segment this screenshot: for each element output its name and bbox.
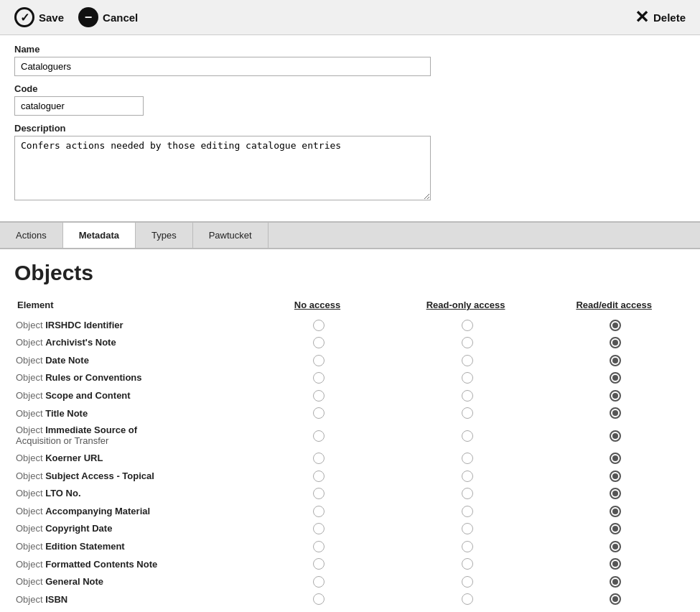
radio-read-only-15[interactable] [462,593,473,605]
read-edit-radio[interactable] [545,555,686,573]
radio-read-only-12[interactable] [462,541,473,552]
no-access-radio[interactable] [248,467,389,485]
radio-read-edit-4[interactable] [610,390,621,402]
radio-read-only-9[interactable] [462,488,473,499]
read-only-radio[interactable] [389,422,545,449]
radio-read-only-7[interactable] [462,453,473,464]
no-access-radio[interactable] [248,386,389,404]
read-only-radio[interactable] [389,467,545,485]
radio-no-access-15[interactable] [313,593,325,605]
radio-no-access-6[interactable] [313,430,325,442]
no-access-radio[interactable] [248,449,389,467]
read-only-radio[interactable] [389,555,545,573]
radio-no-access-2[interactable] [313,355,325,366]
no-access-radio[interactable] [248,537,389,555]
radio-read-only-5[interactable] [462,407,473,419]
read-edit-radio[interactable] [545,537,686,555]
read-edit-radio[interactable] [545,351,686,369]
radio-read-only-11[interactable] [462,523,473,534]
read-only-radio[interactable] [389,334,545,352]
no-access-radio[interactable] [248,502,389,520]
radio-read-only-1[interactable] [462,337,473,348]
name-input[interactable] [14,57,431,76]
no-access-radio[interactable] [248,422,389,449]
tab-actions[interactable]: Actions [0,223,63,248]
radio-read-edit-0[interactable] [610,320,621,331]
radio-read-edit-5[interactable] [610,407,621,419]
radio-no-access-13[interactable] [313,558,325,570]
radio-read-only-4[interactable] [462,390,473,402]
tab-pawtucket[interactable]: Pawtucket [193,223,269,248]
cancel-button[interactable]: − Cancel [78,7,138,27]
radio-no-access-10[interactable] [313,506,325,517]
read-edit-radio[interactable] [545,572,686,590]
read-edit-radio[interactable] [545,467,686,485]
read-only-radio[interactable] [389,537,545,555]
radio-read-edit-10[interactable] [610,506,621,517]
no-access-radio[interactable] [248,369,389,387]
read-only-radio[interactable] [389,369,545,387]
read-edit-radio[interactable] [545,520,686,538]
radio-read-edit-15[interactable] [610,593,621,605]
no-access-radio[interactable] [248,351,389,369]
radio-read-edit-14[interactable] [610,576,621,588]
radio-read-edit-13[interactable] [610,558,621,570]
read-edit-radio[interactable] [545,386,686,404]
no-access-radio[interactable] [248,520,389,538]
radio-read-edit-3[interactable] [610,372,621,384]
read-only-radio[interactable] [389,502,545,520]
read-only-radio[interactable] [389,404,545,422]
radio-read-edit-2[interactable] [610,355,621,366]
radio-read-only-2[interactable] [462,355,473,366]
read-only-radio[interactable] [389,386,545,404]
code-input[interactable] [14,96,144,116]
no-access-radio[interactable] [248,555,389,573]
read-only-radio[interactable] [389,485,545,503]
radio-read-only-3[interactable] [462,372,473,384]
radio-no-access-9[interactable] [313,488,325,499]
radio-read-only-10[interactable] [462,506,473,517]
read-edit-radio[interactable] [545,316,686,334]
read-edit-radio[interactable] [545,449,686,467]
save-button[interactable]: ✓ Save [14,7,64,27]
description-textarea[interactable]: Confers actions needed by those editing … [14,136,431,200]
read-only-radio[interactable] [389,520,545,538]
no-access-radio[interactable] [248,590,389,608]
radio-no-access-7[interactable] [313,453,325,464]
tab-metadata[interactable]: Metadata [63,221,136,248]
radio-read-only-8[interactable] [462,470,473,482]
read-only-radio[interactable] [389,351,545,369]
radio-read-edit-6[interactable] [610,430,621,442]
radio-no-access-4[interactable] [313,390,325,402]
radio-read-only-13[interactable] [462,558,473,570]
radio-read-only-0[interactable] [462,320,473,331]
radio-no-access-14[interactable] [313,576,325,588]
read-edit-radio[interactable] [545,422,686,449]
radio-no-access-1[interactable] [313,337,325,348]
delete-button[interactable]: ✕ Delete [635,7,686,27]
radio-no-access-5[interactable] [313,407,325,419]
radio-read-edit-12[interactable] [610,541,621,552]
radio-read-edit-1[interactable] [610,337,621,348]
read-only-radio[interactable] [389,449,545,467]
no-access-radio[interactable] [248,334,389,352]
no-access-radio[interactable] [248,485,389,503]
radio-read-edit-9[interactable] [610,488,621,499]
read-edit-radio[interactable] [545,369,686,387]
no-access-radio[interactable] [248,404,389,422]
read-edit-radio[interactable] [545,590,686,608]
read-only-radio[interactable] [389,590,545,608]
radio-read-edit-8[interactable] [610,470,621,482]
radio-no-access-0[interactable] [313,320,325,331]
radio-no-access-3[interactable] [313,372,325,384]
radio-read-only-6[interactable] [462,430,473,442]
no-access-radio[interactable] [248,316,389,334]
read-edit-radio[interactable] [545,502,686,520]
radio-no-access-12[interactable] [313,541,325,552]
read-edit-radio[interactable] [545,404,686,422]
read-edit-radio[interactable] [545,485,686,503]
tab-types[interactable]: Types [136,223,193,248]
read-only-radio[interactable] [389,572,545,590]
radio-read-only-14[interactable] [462,576,473,588]
radio-read-edit-11[interactable] [610,523,621,534]
